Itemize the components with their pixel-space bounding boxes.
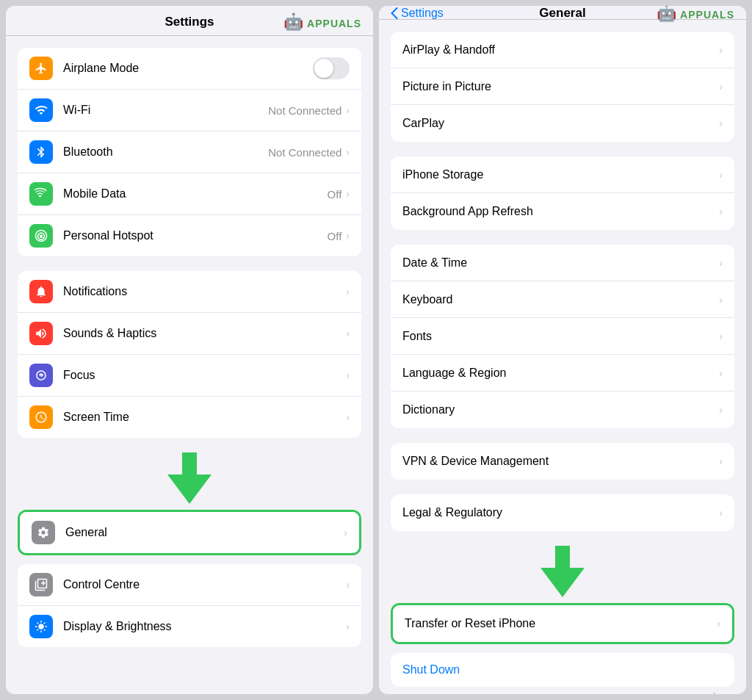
green-arrow-left [167,452,212,504]
bluetooth-row[interactable]: Bluetooth Not Connected › [18,131,361,173]
general-icon [32,521,55,544]
airplane-toggle-knob [314,59,333,78]
top-group: AirPlay & Handoff › Picture in Picture ›… [391,32,734,142]
fonts-label: Fonts [402,330,719,343]
vpn-group: VPN & Device Management › [391,443,734,480]
bluetooth-label: Bluetooth [63,145,268,159]
hotspot-label: Personal Hotspot [63,229,328,242]
hotspot-icon [29,224,53,248]
keyboard-row[interactable]: Keyboard › [391,281,734,318]
focus-icon [29,364,53,387]
bg-refresh-chevron: › [719,206,723,217]
display-icon [29,615,53,638]
storage-group: iPhone Storage › Background App Refresh … [391,156,734,230]
left-appuals-logo: 🤖 APPUALS [283,12,361,32]
svg-marker-0 [167,452,212,504]
transfer-highlighted-wrapper: Transfer or Reset iPhone › [391,603,734,644]
wifi-label: Wi-Fi [63,104,268,117]
airplane-toggle[interactable] [313,57,350,79]
mobile-data-value: Off [328,188,342,201]
display-brightness-row[interactable]: Display & Brightness › [18,606,361,647]
datetime-chevron: › [719,257,723,269]
system-group-wrapper: General › Control Centre › Displ [18,510,361,647]
screentime-row[interactable]: Screen Time › [18,397,361,438]
screentime-label: Screen Time [63,411,346,424]
left-panel-title: Settings [164,15,214,29]
hotspot-value: Off [328,230,342,242]
dictionary-label: Dictionary [402,403,719,416]
legal-label: Legal & Regulatory [402,506,719,519]
bg-refresh-row[interactable]: Background App Refresh › [391,193,734,230]
bg-refresh-label: Background App Refresh [402,205,719,218]
airplay-row[interactable]: AirPlay & Handoff › [391,32,734,68]
vpn-row[interactable]: VPN & Device Management › [391,443,734,480]
apps-group: Notifications › Sounds & Haptics › Focus… [18,271,361,438]
mobile-data-chevron: › [346,188,350,200]
focus-label: Focus [63,369,346,382]
shutdown-label[interactable]: Shut Down [402,663,460,676]
airplay-chevron: › [719,44,723,56]
right-appuals-logo: 🤖 APPUALS [657,6,734,23]
notifications-row[interactable]: Notifications › [18,271,361,313]
pip-row[interactable]: Picture in Picture › [391,68,734,105]
iphone-storage-row[interactable]: iPhone Storage › [391,156,734,193]
left-panel: Settings 🤖 APPUALS Airplane Mode [6,6,373,694]
airplane-label: Airplane Mode [63,62,313,75]
notifications-label: Notifications [63,285,346,298]
legal-group: Legal & Regulatory › [391,494,734,531]
fonts-row[interactable]: Fonts › [391,318,734,355]
left-nav-bar: Settings 🤖 APPUALS [6,6,373,36]
left-scroll-area[interactable]: Airplane Mode Wi-Fi Not Connected › Blu [6,36,373,694]
right-panel-title: General [539,6,585,21]
bluetooth-value: Not Connected [268,146,341,159]
focus-chevron: › [346,369,350,381]
back-button[interactable]: Settings [391,7,444,20]
control-group: Control Centre › Display & Brightness › [18,564,361,647]
arrow-container-right [379,546,746,597]
sounds-icon [29,322,53,345]
datetime-row[interactable]: Date & Time › [391,245,734,281]
mobile-data-label: Mobile Data [63,187,328,201]
svg-marker-1 [540,546,585,597]
wifi-chevron: › [346,104,350,116]
focus-row[interactable]: Focus › [18,355,361,397]
wifi-row[interactable]: Wi-Fi Not Connected › [18,90,361,131]
dictionary-row[interactable]: Dictionary › [391,392,734,428]
carplay-row[interactable]: CarPlay › [391,105,734,142]
language-chevron: › [719,367,723,379]
transfer-chevron: › [717,618,720,629]
control-centre-label: Control Centre [63,578,346,591]
bluetooth-icon [29,140,53,164]
airplane-icon [29,57,53,80]
pip-chevron: › [719,81,723,93]
sounds-label: Sounds & Haptics [63,327,346,340]
right-scroll-area[interactable]: AirPlay & Handoff › Picture in Picture ›… [379,20,746,694]
shutdown-row: Shut Down [391,653,734,687]
screentime-icon [29,405,53,429]
general-highlighted-wrapper: General › [18,510,361,555]
hotspot-chevron: › [346,230,350,242]
keyboard-chevron: › [719,294,723,306]
sounds-row[interactable]: Sounds & Haptics › [18,313,361,355]
vpn-label: VPN & Device Management [402,455,719,468]
fonts-chevron: › [719,331,723,342]
language-row[interactable]: Language & Region › [391,355,734,392]
airplane-mode-row[interactable]: Airplane Mode [18,48,361,90]
pip-label: Picture in Picture [402,80,719,93]
transfer-row[interactable]: Transfer or Reset iPhone › [393,605,732,642]
general-label: General [65,526,344,539]
iphone-storage-label: iPhone Storage [402,168,719,181]
legal-row[interactable]: Legal & Regulatory › [391,494,734,531]
dictionary-chevron: › [719,404,723,416]
arrow-container-left [6,452,373,504]
right-nav-bar: Settings General 🤖 APPUALS [379,6,746,20]
hotspot-row[interactable]: Personal Hotspot Off › [18,215,361,256]
right-panel: Settings General 🤖 APPUALS AirPlay & Han… [379,6,746,694]
back-label: Settings [401,7,444,20]
wifi-value: Not Connected [268,104,341,117]
control-centre-row[interactable]: Control Centre › [18,564,361,606]
wifi-icon [29,98,53,122]
green-arrow-right [540,546,585,597]
general-row[interactable]: General › [20,512,359,553]
mobile-data-row[interactable]: Mobile Data Off › [18,173,361,215]
